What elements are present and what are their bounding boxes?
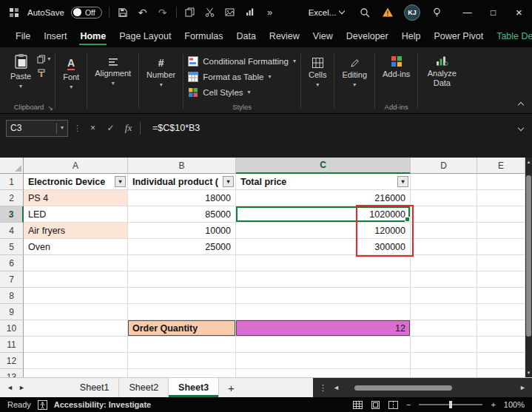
menu-page-layout[interactable]: Page Layout: [112, 24, 178, 47]
copy-button[interactable]: ▾: [37, 55, 50, 64]
cell-D5[interactable]: [411, 239, 477, 255]
window-title[interactable]: Excel...: [309, 8, 345, 17]
column-header-D[interactable]: D: [411, 158, 477, 174]
analyze-data-button[interactable]: Analyze Data: [422, 53, 461, 90]
tab-sheet3[interactable]: Sheet3: [169, 378, 219, 397]
horizontal-scrollbar-thumb[interactable]: [354, 385, 452, 391]
undo-icon[interactable]: ↶: [136, 6, 149, 19]
cell-E4[interactable]: [477, 223, 525, 239]
cell-D9[interactable]: [411, 304, 477, 320]
cell-A13[interactable]: [24, 369, 128, 377]
column-header-E[interactable]: E: [477, 158, 525, 174]
cell-B1[interactable]: Individual product (▾: [128, 174, 236, 190]
filter-button-C1[interactable]: ▾: [397, 176, 408, 187]
cell-C3[interactable]: 1020000: [236, 206, 411, 223]
cell-B11[interactable]: [128, 337, 236, 353]
cell-C5[interactable]: 300000: [236, 239, 411, 255]
row-header-5[interactable]: 5: [0, 239, 24, 255]
save-icon[interactable]: [116, 6, 129, 19]
cell-C9[interactable]: [236, 304, 411, 320]
cut-scissors-icon[interactable]: [203, 6, 217, 19]
cell-E13[interactable]: [477, 369, 525, 377]
row-header-10[interactable]: 10: [0, 320, 24, 337]
cell-B9[interactable]: [128, 304, 236, 320]
row-header-7[interactable]: 7: [0, 271, 24, 288]
cell-C8[interactable]: [236, 288, 411, 304]
horizontal-scrollbar[interactable]: ⋮ ◄ ►: [313, 378, 532, 397]
row-header-13[interactable]: 13: [0, 369, 24, 377]
copy-icon[interactable]: [183, 6, 197, 19]
zoom-level[interactable]: 100%: [504, 400, 525, 409]
cell-B12[interactable]: [128, 353, 236, 369]
cell-A1[interactable]: Electronic Device▾: [24, 174, 128, 190]
page-break-view-button[interactable]: [388, 401, 398, 409]
cell-C2[interactable]: 216000: [236, 190, 411, 206]
enter-entry-icon[interactable]: ✓: [104, 123, 117, 133]
zoom-slider[interactable]: [419, 404, 482, 405]
cell-C13[interactable]: [236, 369, 411, 377]
user-avatar[interactable]: KJ: [404, 4, 420, 21]
scroll-up-icon[interactable]: ▲: [525, 158, 532, 166]
lightbulb-icon[interactable]: [430, 6, 443, 19]
cell-D2[interactable]: [411, 190, 477, 206]
cell-B7[interactable]: [128, 271, 236, 288]
number-menu-button[interactable]: # Number ▾: [144, 55, 178, 90]
cell-A12[interactable]: [24, 353, 128, 369]
column-header-B[interactable]: B: [128, 158, 236, 174]
autosave-toggle[interactable]: Off: [71, 7, 102, 18]
menu-insert[interactable]: Insert: [37, 24, 73, 47]
filter-button-A1[interactable]: ▾: [115, 176, 126, 187]
page-layout-view-button[interactable]: [371, 401, 380, 409]
cell-D3[interactable]: [411, 206, 477, 223]
menu-formulas[interactable]: Formulas: [178, 24, 229, 47]
cell-E12[interactable]: [477, 353, 525, 369]
cell-E6[interactable]: [477, 255, 525, 271]
formula-bar-grip[interactable]: ⋮: [73, 124, 81, 133]
cell-E5[interactable]: [477, 239, 525, 255]
row-header-3[interactable]: 3: [0, 206, 24, 223]
zoom-in-button[interactable]: +: [491, 400, 495, 409]
cell-D6[interactable]: [411, 255, 477, 271]
search-icon[interactable]: [358, 6, 371, 19]
sheet-options-icon[interactable]: ⋮: [319, 383, 327, 393]
cell-styles-button[interactable]: Cell Styles ▾: [188, 84, 296, 100]
cell-A10[interactable]: [24, 320, 128, 337]
cell-B6[interactable]: [128, 255, 236, 271]
warning-icon[interactable]: [381, 6, 394, 19]
cell-B13[interactable]: [128, 369, 236, 377]
cell-C10[interactable]: 12: [236, 320, 411, 337]
row-header-2[interactable]: 2: [0, 190, 24, 206]
expand-formula-bar-icon[interactable]: [518, 125, 524, 131]
cell-A11[interactable]: [24, 337, 128, 353]
format-as-table-button[interactable]: Format as Table ▾: [188, 69, 296, 84]
paste-dropdown-icon[interactable]: ▾: [19, 84, 22, 90]
cell-C1[interactable]: Total price▾: [236, 174, 411, 190]
cell-A8[interactable]: [24, 288, 128, 304]
chart-icon[interactable]: [243, 6, 257, 19]
alignment-menu-button[interactable]: Alignment ▾: [92, 55, 134, 89]
cell-A7[interactable]: [24, 271, 128, 288]
column-header-C[interactable]: C: [236, 158, 411, 174]
row-header-6[interactable]: 6: [0, 255, 24, 271]
cell-C4[interactable]: 120000: [236, 223, 411, 239]
minimize-button[interactable]: —: [454, 0, 480, 24]
cell-E8[interactable]: [477, 288, 525, 304]
cell-A9[interactable]: [24, 304, 128, 320]
cell-E7[interactable]: [477, 271, 525, 288]
addins-button[interactable]: Add-ins: [380, 53, 413, 81]
row-header-1[interactable]: 1: [0, 174, 24, 190]
cell-D12[interactable]: [411, 353, 477, 369]
menu-data[interactable]: Data: [229, 24, 262, 47]
cell-D7[interactable]: [411, 271, 477, 288]
vertical-scrollbar[interactable]: ▲ ▼: [525, 158, 532, 377]
previous-sheet-icon[interactable]: ◄: [7, 384, 13, 391]
cell-E1[interactable]: [477, 174, 525, 190]
cell-D10[interactable]: [411, 320, 477, 337]
maximize-button[interactable]: □: [480, 0, 506, 24]
cell-E11[interactable]: [477, 337, 525, 353]
cell-E10[interactable]: [477, 320, 525, 337]
cell-E2[interactable]: [477, 190, 525, 206]
menu-help[interactable]: Help: [395, 24, 428, 47]
cell-B2[interactable]: 18000: [128, 190, 236, 206]
cell-D11[interactable]: [411, 337, 477, 353]
